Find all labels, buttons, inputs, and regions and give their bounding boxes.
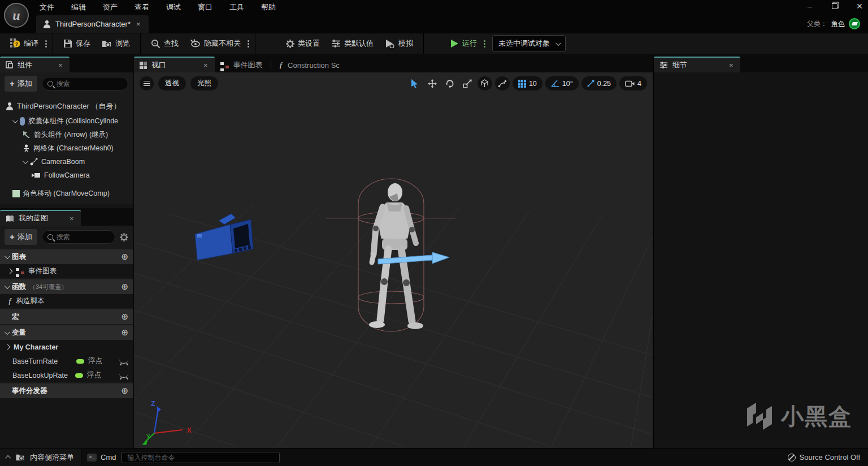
myblueprint-search-input[interactable] <box>57 233 110 241</box>
variable-row-baseturnrate[interactable]: BaseTurnRate 浮点 <box>0 354 133 368</box>
tree-label: 网格体 (CharacterMesh0) <box>33 144 114 153</box>
close-icon[interactable]: × <box>854 1 865 11</box>
section-variables[interactable]: 变量 ⊕ <box>0 325 133 340</box>
content-drawer-button[interactable]: 内容侧滑菜单 <box>0 448 81 466</box>
components-add-button[interactable]: + 添加 <box>5 76 37 92</box>
tab-components[interactable]: 组件 × <box>0 57 70 72</box>
myblueprint-add-button[interactable]: + 添加 <box>5 229 37 245</box>
add-macro-icon[interactable]: ⊕ <box>121 312 128 322</box>
event-graph-row[interactable]: 事件图表 <box>0 264 133 278</box>
tree-row-capsule[interactable]: 胶囊体组件 (CollisionCylinde <box>0 114 133 128</box>
svg-text:Z: Z <box>151 400 155 408</box>
move-tool-button[interactable] <box>425 76 440 90</box>
construction-script-row[interactable]: ƒ 构造脚本 <box>0 294 133 308</box>
scale-snap-button[interactable]: 0.25 <box>581 76 617 90</box>
compile-options-icon[interactable] <box>45 39 47 49</box>
save-button[interactable]: 保存 <box>59 36 95 51</box>
find-options-icon[interactable] <box>248 39 249 49</box>
components-searchbox[interactable] <box>42 77 128 90</box>
tab-viewport[interactable]: 视口 × <box>134 57 215 72</box>
tab-construction-script[interactable]: ƒ Construction Sc <box>274 57 345 72</box>
tab-viewport-close-icon[interactable]: × <box>202 61 209 70</box>
menu-help[interactable]: 帮助 <box>261 2 276 12</box>
viewport-menu-button[interactable] <box>140 76 154 90</box>
class-icon[interactable] <box>849 18 860 29</box>
rotate-tool-button[interactable] <box>442 76 457 90</box>
section-functions[interactable]: 函数 （34可覆盖） ⊕ <box>0 279 133 294</box>
tab-components-close-icon[interactable]: × <box>57 61 64 70</box>
camera-model[interactable] <box>195 214 253 260</box>
select-tool-button[interactable] <box>407 76 422 90</box>
rotation-snap-button[interactable]: 10° <box>545 76 579 90</box>
viewport-3d[interactable]: Z X Y 透视 光照 <box>134 72 653 448</box>
tree-row-mesh[interactable]: 网格体 (CharacterMesh0) <box>0 141 133 155</box>
filter-gear-icon[interactable] <box>120 233 128 241</box>
tree-label: FollowCamera <box>44 171 90 179</box>
debug-object-dropdown[interactable]: 未选中调试对象 <box>492 35 566 52</box>
hide-unrelated-label: 隐藏不相关 <box>204 38 241 49</box>
section-event-dispatchers[interactable]: 事件分发器 ⊕ <box>0 383 133 398</box>
add-function-icon[interactable]: ⊕ <box>121 282 128 292</box>
chevron-right-icon[interactable] <box>5 344 11 350</box>
variable-category-row[interactable]: My Character <box>0 340 133 354</box>
chevron-down-icon[interactable] <box>12 118 18 123</box>
section-macros[interactable]: 宏 ⊕ <box>0 309 133 324</box>
components-search-input[interactable] <box>57 80 123 88</box>
lit-button[interactable]: 光照 <box>190 76 218 90</box>
add-graph-icon[interactable]: ⊕ <box>121 252 128 262</box>
camera-speed-button[interactable]: 4 <box>619 76 647 90</box>
minimize-icon[interactable]: – <box>805 1 815 11</box>
simulate-button[interactable]: 模拟 <box>380 36 418 51</box>
asset-tab-close-icon[interactable]: × <box>135 20 142 28</box>
find-button[interactable]: + 查找 <box>146 36 183 51</box>
menu-window[interactable]: 窗口 <box>198 2 212 12</box>
svg-text:?: ? <box>15 41 19 47</box>
play-button[interactable]: 运行 <box>445 36 481 51</box>
tree-row-followcamera[interactable]: FollowCamera <box>0 169 133 182</box>
menu-view[interactable]: 查看 <box>134 2 149 12</box>
asset-tab[interactable]: ThirdPersonCharacter* × <box>36 15 149 33</box>
add-variable-icon[interactable]: ⊕ <box>121 327 128 338</box>
tree-row-root[interactable]: ThirdPersonCharacter （自身） <box>0 98 133 114</box>
tab-details-close-icon[interactable]: × <box>728 61 735 70</box>
details-panel-body: 小黑盒 <box>654 72 868 448</box>
eye-closed-icon[interactable] <box>119 373 128 378</box>
tab-event-graph[interactable]: 事件图表 <box>215 57 268 72</box>
tree-row-arrow[interactable]: 箭头组件 (Arrow) (继承) <box>0 128 133 141</box>
class-settings-button[interactable]: 类设置 <box>281 36 324 51</box>
play-options-icon[interactable] <box>484 39 485 49</box>
surface-snap-button[interactable] <box>478 76 492 90</box>
myblueprint-searchbox[interactable] <box>42 230 115 244</box>
browse-button[interactable]: 浏览 <box>97 36 134 51</box>
tab-details[interactable]: 细节 × <box>654 57 740 72</box>
section-graphs[interactable]: 图表 ⊕ <box>0 249 133 264</box>
perspective-button[interactable]: 透视 <box>158 76 186 90</box>
vertex-snap-button[interactable] <box>495 76 510 90</box>
tab-my-blueprint[interactable]: 我的蓝图 × <box>0 210 81 226</box>
tab-my-blueprint-close-icon[interactable]: × <box>68 214 75 223</box>
function-icon: ƒ <box>8 296 12 306</box>
class-defaults-button[interactable]: 类默认值 <box>327 36 378 51</box>
menu-file[interactable]: 文件 <box>40 2 54 12</box>
chevron-down-icon[interactable] <box>23 158 28 164</box>
source-control-status[interactable]: Source Control Off <box>780 453 868 461</box>
restore-icon[interactable] <box>830 1 840 11</box>
eye-closed-icon[interactable] <box>119 359 128 364</box>
chevron-up-icon <box>5 455 11 461</box>
menu-asset[interactable]: 资产 <box>103 2 118 12</box>
add-dispatcher-icon[interactable]: ⊕ <box>121 386 128 396</box>
compile-button[interactable]: ? 编译 <box>6 36 43 51</box>
chevron-right-icon[interactable] <box>7 269 13 274</box>
menu-tools[interactable]: 工具 <box>229 2 244 12</box>
console-input[interactable] <box>121 452 280 463</box>
menu-debug[interactable]: 调试 <box>166 2 181 12</box>
hide-unrelated-button[interactable]: 隐藏不相关 <box>185 36 245 51</box>
viewport-left-toolbar: 透视 光照 <box>140 76 218 90</box>
tree-row-cameraboom[interactable]: CameraBoom <box>0 155 133 169</box>
tree-row-charmove[interactable]: 角色移动 (CharMoveComp) <box>0 187 133 200</box>
menu-edit[interactable]: 编辑 <box>71 2 86 12</box>
variable-row-baselookuprate[interactable]: BaseLookUpRate 浮点 <box>0 368 133 382</box>
grid-snap-button[interactable]: 10 <box>513 76 542 90</box>
parent-class-link[interactable]: 角色 <box>831 19 845 29</box>
scale-tool-button[interactable] <box>460 76 475 90</box>
